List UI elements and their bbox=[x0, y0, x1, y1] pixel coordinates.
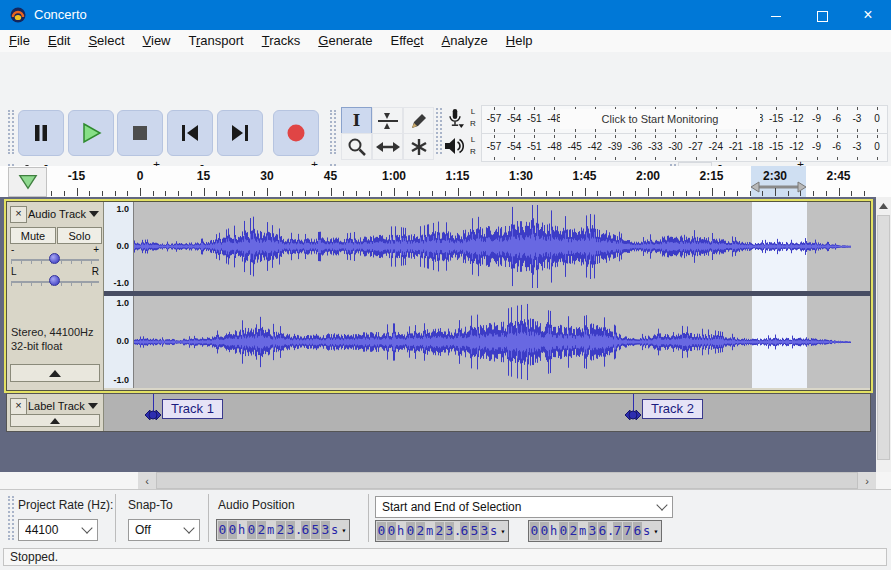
label-track[interactable]: × Label Track Track 1Track 2 bbox=[6, 393, 871, 432]
selection-toolbar-grip[interactable] bbox=[8, 496, 14, 540]
time-unit[interactable]: h bbox=[396, 522, 405, 540]
time-digit[interactable]: 2 bbox=[435, 522, 444, 540]
time-digit[interactable]: 0 bbox=[559, 522, 568, 540]
vertical-ruler-left[interactable]: 1.00.0-1.0 bbox=[104, 202, 134, 291]
menu-item-tracks[interactable]: Tracks bbox=[253, 30, 310, 52]
record-meter-mic-icon[interactable] bbox=[446, 107, 464, 129]
time-digit[interactable]: 2 bbox=[257, 521, 266, 539]
time-digit[interactable]: 6 bbox=[633, 522, 642, 540]
time-unit[interactable]: h bbox=[237, 521, 246, 539]
gain-slider[interactable]: - + bbox=[11, 248, 99, 268]
skip-to-start-button[interactable] bbox=[167, 110, 213, 156]
multi-tool-button[interactable] bbox=[403, 133, 434, 160]
play-meter-speaker-icon[interactable] bbox=[444, 136, 466, 156]
track-title-menu[interactable]: Label Track bbox=[28, 398, 98, 413]
slider-thumb[interactable] bbox=[49, 253, 60, 264]
tools-toolbar-grip[interactable] bbox=[330, 110, 336, 154]
horizontal-scrollbar[interactable]: ‹ › bbox=[138, 472, 876, 489]
audio-track[interactable]: × Audio Track Mute Solo - + L R bbox=[6, 201, 871, 391]
time-digit[interactable]: 0 bbox=[228, 521, 237, 539]
zoom-tool-button[interactable] bbox=[341, 133, 372, 160]
chevron-down-icon[interactable]: ▾ bbox=[651, 527, 661, 536]
selection-tool-button[interactable]: I bbox=[341, 107, 372, 134]
track-close-button[interactable]: × bbox=[10, 398, 27, 415]
menu-item-file[interactable]: File bbox=[0, 30, 39, 52]
menu-item-help[interactable]: Help bbox=[497, 30, 542, 52]
chevron-down-icon[interactable]: ▾ bbox=[498, 527, 508, 536]
time-digit[interactable]: 3 bbox=[321, 521, 330, 539]
time-digit[interactable]: 0 bbox=[247, 521, 256, 539]
pause-button[interactable] bbox=[18, 110, 64, 156]
time-unit[interactable]: . bbox=[607, 522, 612, 540]
time-unit[interactable]: m bbox=[266, 521, 275, 539]
menu-item-generate[interactable]: Generate bbox=[309, 30, 381, 52]
recording-meter[interactable]: -57-54-51-48-45-42-39-36-33-30-27-24-21-… bbox=[481, 105, 888, 134]
transport-toolbar-grip[interactable] bbox=[8, 110, 14, 154]
time-unit[interactable]: m bbox=[425, 522, 434, 540]
time-digit[interactable]: 6 bbox=[598, 522, 607, 540]
time-digit[interactable]: 2 bbox=[416, 522, 425, 540]
time-digit[interactable]: 2 bbox=[569, 522, 578, 540]
playback-meter[interactable]: -57-54-51-48-45-42-39-36-33-30-27-24-21-… bbox=[481, 133, 888, 162]
selection-end-field[interactable]: 00h02m36.776s▾ bbox=[528, 520, 662, 542]
chevron-down-icon[interactable]: ▾ bbox=[339, 526, 349, 535]
track-close-button[interactable]: × bbox=[10, 206, 27, 223]
label-text[interactable]: Track 1 bbox=[162, 399, 223, 419]
skip-to-end-button[interactable] bbox=[217, 110, 263, 156]
vertical-scroll-thumb[interactable] bbox=[877, 215, 890, 460]
track-collapse-button[interactable] bbox=[10, 414, 100, 427]
track-collapse-button[interactable] bbox=[10, 364, 100, 382]
pan-slider[interactable]: L R bbox=[11, 270, 99, 290]
time-digit[interactable]: 7 bbox=[623, 522, 632, 540]
scroll-right-button[interactable]: › bbox=[858, 472, 876, 489]
time-unit[interactable]: m bbox=[578, 522, 587, 540]
time-unit[interactable]: h bbox=[549, 522, 558, 540]
time-unit[interactable]: s bbox=[330, 521, 339, 539]
time-digit[interactable]: 0 bbox=[377, 522, 386, 540]
maximize-button[interactable] bbox=[799, 0, 845, 30]
time-digit[interactable]: 5 bbox=[311, 521, 320, 539]
label-track-content[interactable]: Track 1Track 2 bbox=[104, 394, 868, 429]
menu-item-select[interactable]: Select bbox=[79, 30, 133, 52]
horizontal-scroll-thumb[interactable] bbox=[156, 472, 858, 489]
waveform-right-channel[interactable] bbox=[134, 296, 870, 388]
track-title-menu[interactable]: Audio Track bbox=[28, 206, 99, 221]
time-digit[interactable]: 6 bbox=[460, 522, 469, 540]
time-digit[interactable]: 0 bbox=[218, 521, 227, 539]
time-scale[interactable]: -1501530451:001:151:301:452:002:152:302:… bbox=[45, 166, 869, 197]
time-digit[interactable]: 7 bbox=[613, 522, 622, 540]
time-unit[interactable]: s bbox=[642, 522, 651, 540]
label-marker-icon[interactable] bbox=[145, 408, 161, 422]
menu-item-view[interactable]: View bbox=[134, 30, 180, 52]
quick-play-button[interactable] bbox=[8, 167, 47, 197]
time-digit[interactable]: 0 bbox=[540, 522, 549, 540]
menu-item-analyze[interactable]: Analyze bbox=[433, 30, 497, 52]
snap-to-select[interactable]: Off bbox=[128, 519, 200, 541]
monitoring-hint[interactable]: Click to Start Monitoring bbox=[560, 109, 760, 129]
selection-mode-select[interactable]: Start and End of Selection bbox=[375, 496, 673, 518]
waveform-left-channel[interactable] bbox=[134, 202, 870, 291]
time-unit[interactable]: . bbox=[295, 521, 300, 539]
label-marker-icon[interactable] bbox=[625, 408, 641, 422]
stop-button[interactable] bbox=[117, 110, 163, 156]
mute-button[interactable]: Mute bbox=[10, 227, 56, 244]
vertical-scrollbar[interactable] bbox=[876, 197, 891, 472]
time-unit[interactable]: s bbox=[489, 522, 498, 540]
slider-thumb[interactable] bbox=[49, 275, 60, 286]
time-digit[interactable]: 0 bbox=[406, 522, 415, 540]
scroll-up-button[interactable] bbox=[876, 197, 891, 214]
label-text[interactable]: Track 2 bbox=[642, 399, 703, 419]
time-digit[interactable]: 2 bbox=[276, 521, 285, 539]
project-rate-select[interactable]: 44100 bbox=[18, 519, 98, 541]
play-button[interactable] bbox=[68, 110, 114, 156]
time-digit[interactable]: 3 bbox=[480, 522, 489, 540]
time-digit[interactable]: 3 bbox=[286, 521, 295, 539]
envelope-tool-button[interactable] bbox=[372, 107, 403, 134]
time-digit[interactable]: 3 bbox=[588, 522, 597, 540]
meter-toolbar-grip[interactable] bbox=[436, 108, 442, 154]
selection-start-field[interactable]: 00h02m23.653s▾ bbox=[375, 520, 509, 542]
solo-button[interactable]: Solo bbox=[57, 227, 102, 244]
close-button[interactable]: × bbox=[845, 0, 891, 30]
audio-position-field[interactable]: 00h02m23.653s▾ bbox=[216, 519, 350, 541]
vertical-ruler-right[interactable]: 1.00.0-1.0 bbox=[104, 296, 134, 388]
